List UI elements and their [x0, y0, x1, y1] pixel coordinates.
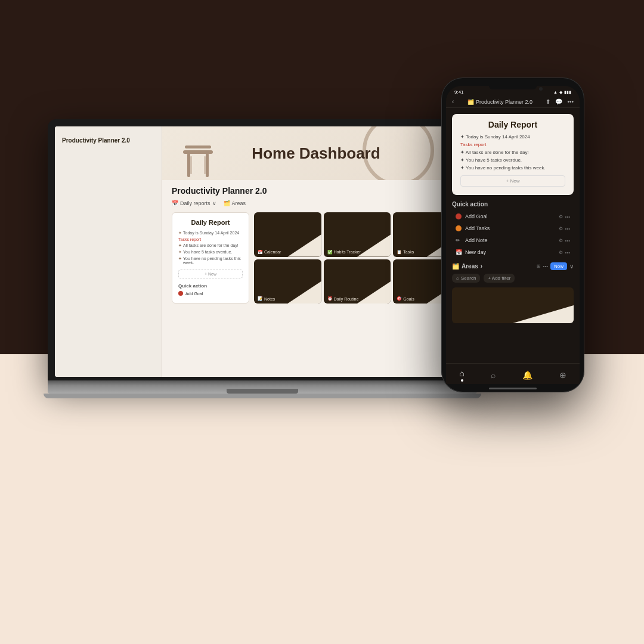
phone-screen: 9:41 ▲ ◆ ▮▮▮ ‹ 🗂️ Productivity Planner 2…	[446, 86, 580, 384]
area-tile-label-habits: ✅ Habits Tracker	[327, 250, 361, 255]
areas-row-2: 📝 Notes ⏰ Daily Routine	[254, 259, 460, 304]
phone-search-pill[interactable]: ⌕ Search	[452, 274, 480, 283]
area-tile-label-calendar: 📅 Calendar	[258, 250, 281, 255]
areas-icon: 🗂️	[224, 200, 230, 206]
report-dot-1: ✦	[178, 231, 182, 236]
torii-gate-icon	[180, 138, 216, 180]
phone-report-line-tasks[interactable]: Tasks report	[460, 142, 565, 147]
laptop: Productivity Planner 2.0	[48, 119, 477, 398]
daily-report-card: Daily Report ✦ Today is Sunday 14 April …	[172, 212, 249, 304]
share-icon[interactable]: ⬆	[546, 98, 550, 105]
calendar-tile-icon: 📅	[258, 250, 263, 255]
new-button[interactable]: + New	[178, 270, 243, 278]
phone-qa-item-note[interactable]: ✏ Add Note ⚙ •••	[452, 235, 574, 246]
phone-time: 9:41	[454, 89, 464, 95]
report-dot-4: ✦	[178, 256, 182, 261]
phone-qa-note-left: ✏ Add Note	[456, 237, 488, 243]
phone-status-icons: ▲ ◆ ▮▮▮	[553, 90, 571, 95]
phone-qa-item-tasks[interactable]: Add Tasks ⚙ •••	[452, 223, 574, 234]
phone-qa-day-right: ⚙ •••	[559, 250, 570, 255]
laptop-bottom	[44, 394, 481, 398]
search-magnifier-icon: ⌕	[456, 275, 459, 281]
phone-report-line-done: ✦ All tasks are done for the day!	[460, 150, 565, 155]
page-banner: Home Dashboard	[162, 126, 470, 180]
phone-search-row: ⌕ Search + Add filter	[452, 274, 574, 283]
area-tile-routine[interactable]: ⏰ Daily Routine	[324, 259, 391, 304]
phone-qa-tasks-right: ⚙ •••	[559, 226, 570, 231]
page-content: Productivity Planner 2.0 📅 Daily reports…	[162, 180, 470, 377]
phone-filter-pill[interactable]: + Add filter	[484, 274, 515, 283]
goal-settings-icon: ⚙	[559, 214, 563, 219]
report-line-pending: ✦ You have no pending tasks this week.	[178, 256, 243, 265]
phone-qa-goal-right: ⚙ •••	[559, 214, 570, 219]
tab-areas[interactable]: 🗂️ Areas	[224, 200, 246, 206]
area-tile-label-routine: ⏰ Daily Routine	[327, 296, 359, 301]
phone-quick-action-title: Quick action	[452, 201, 488, 208]
phone-now-badge[interactable]: Now	[550, 262, 567, 270]
comment-icon[interactable]: 💬	[555, 98, 562, 105]
goal-qa-dot-icon	[456, 213, 462, 219]
svg-rect-3	[206, 153, 209, 177]
goal-dot-icon	[178, 291, 183, 296]
area-tile-calendar[interactable]: 📅 Calendar	[254, 212, 321, 257]
phone-qa-item-goal[interactable]: Add Goal ⚙ •••	[452, 211, 574, 222]
phone-area-preview	[452, 287, 574, 323]
phone-areas-section: 🗂️ Areas › ⊞ ••• Now ∨ ⌕	[452, 262, 574, 323]
area-tile-label-goals: 🎯 Goals	[397, 296, 414, 301]
phone-qa-day-left: 📅 New day	[456, 249, 486, 255]
svg-rect-0	[183, 150, 213, 154]
note-settings-icon: ⚙	[559, 238, 563, 243]
area-tile-label-tasks: 📋 Tasks	[397, 250, 414, 255]
report-line-tasks-link[interactable]: Tasks report	[178, 237, 243, 242]
phone-qa-goal-left: Add Goal	[456, 213, 488, 219]
qa-item-goal[interactable]: Add Goal	[178, 291, 243, 296]
areas-more-icon: •••	[543, 264, 548, 269]
quick-action-section: Quick action Add Goal	[178, 283, 243, 296]
tab-daily-reports[interactable]: 📅 Daily reports ∨	[172, 200, 216, 206]
tasks-more-icon: •••	[565, 226, 570, 231]
phone-nav-search[interactable]: ⌕	[491, 369, 496, 382]
area-tile-notes[interactable]: 📝 Notes	[254, 259, 321, 304]
more-options-icon[interactable]: •••	[567, 98, 574, 105]
notification-nav-icon: 🔔	[522, 370, 532, 380]
phone-new-button[interactable]: + New	[460, 175, 565, 187]
areas-dropdown-icon[interactable]: ∨	[569, 263, 574, 270]
routine-tile-icon: ⏰	[327, 296, 333, 301]
area-tile-label-notes: 📝 Notes	[258, 296, 275, 301]
laptop-screen-outer: Productivity Planner 2.0	[48, 119, 477, 380]
phone-areas-title: 🗂️ Areas ›	[452, 263, 482, 270]
add-nav-icon: ⊕	[559, 370, 566, 380]
report-dot-2: ✦	[178, 243, 182, 248]
phone-camera-icon	[539, 87, 543, 91]
phone-qa-tasks-left: Add Tasks	[456, 225, 490, 231]
phone-notch	[489, 86, 537, 89]
phone-qa-item-day[interactable]: 📅 New day ⚙ •••	[452, 247, 574, 258]
quick-action-title: Quick action	[178, 283, 243, 289]
phone-nav-notifications[interactable]: 🔔	[522, 369, 532, 382]
back-chevron-icon: ‹	[452, 98, 454, 105]
areas-stack-icon: 🗂️	[452, 263, 459, 270]
phone-back-button[interactable]: ‹	[452, 98, 454, 105]
laptop-base	[48, 380, 477, 394]
phone-report-line-overdue: ✦ You have 5 tasks overdue.	[460, 157, 565, 163]
svg-rect-1	[185, 145, 211, 148]
areas-row-1: 📅 Calendar ✅ Habits Tracker	[254, 212, 460, 257]
phone-nav-add[interactable]: ⊕	[559, 369, 566, 382]
daily-reports-icon: 📅	[172, 200, 178, 206]
note-more-icon: •••	[565, 238, 570, 243]
phone-header-actions: ⬆ 💬 •••	[546, 98, 574, 105]
day-settings-icon: ⚙	[559, 250, 563, 255]
habits-tile-icon: ✅	[327, 250, 333, 255]
phone-report-line-date: ✦ Today is Sunday 14 April 2024	[460, 134, 565, 140]
phone-content: Daily Report ✦ Today is Sunday 14 April …	[446, 108, 580, 329]
goal-more-icon: •••	[565, 214, 570, 219]
phone-areas-header: 🗂️ Areas › ⊞ ••• Now ∨	[452, 262, 574, 270]
home-nav-icon: ⌂	[459, 369, 464, 378]
area-tile-habits[interactable]: ✅ Habits Tracker	[324, 212, 391, 257]
phone-nav-home[interactable]: ⌂	[459, 369, 464, 382]
tabs-row: 📅 Daily reports ∨ 🗂️ Areas	[172, 200, 460, 206]
phone-qa-note-right: ⚙ •••	[559, 238, 570, 243]
phone-outer: 9:41 ▲ ◆ ▮▮▮ ‹ 🗂️ Productivity Planner 2…	[441, 78, 584, 392]
report-line-done: ✦ All tasks are done for the day!	[178, 243, 243, 248]
home-nav-indicator	[461, 379, 463, 382]
